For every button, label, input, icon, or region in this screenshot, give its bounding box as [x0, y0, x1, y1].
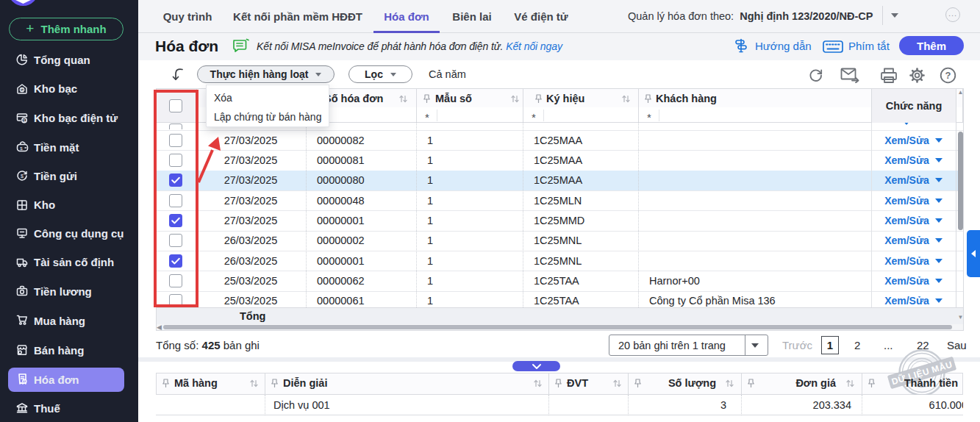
svg-text:$: $ [20, 146, 23, 151]
svg-text:$: $ [24, 379, 26, 384]
svg-text:$: $ [21, 87, 24, 92]
svg-text:$: $ [21, 174, 24, 179]
svg-text:?: ? [945, 70, 951, 81]
